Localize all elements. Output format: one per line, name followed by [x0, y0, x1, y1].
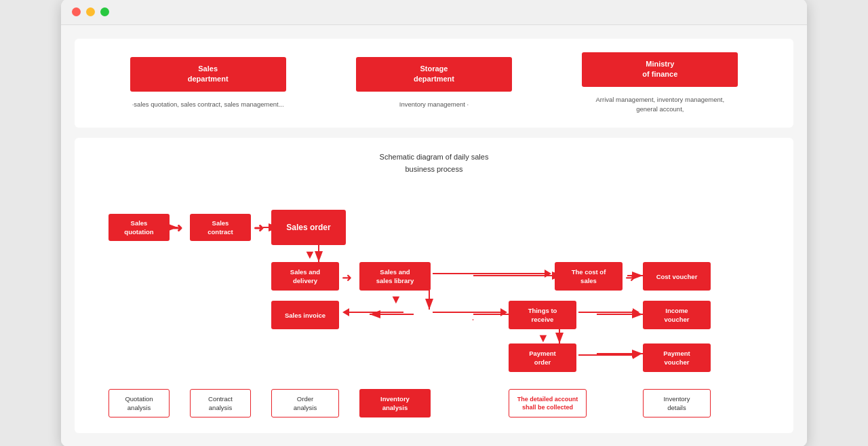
detailed-account-box[interactable]: The detailed accountshall be collected: [509, 389, 587, 417]
finance-dept-label: Ministryof finance: [642, 60, 677, 78]
arrow-things-income: [578, 309, 639, 316]
arrow-del-to-lib: ➜: [342, 270, 352, 285]
diagram-title: Schematic diagram of daily sales busines…: [88, 151, 780, 175]
arrow-pay-order-voucher: [578, 352, 639, 358]
contract-analysis-box[interactable]: Contractanalysis: [190, 389, 251, 417]
arrow-c-to-o: ➜: [254, 221, 264, 236]
long-arrow-lib-cost: [433, 270, 551, 277]
sales-invoice-box[interactable]: Sales invoice: [271, 301, 339, 329]
storage-dept-box: Storagedepartment: [356, 57, 512, 92]
department-section: Salesdepartment ·sales quotation, sales …: [75, 39, 793, 128]
arrow-lib-things: [433, 309, 507, 316]
arrow-lib-down: ▼: [390, 293, 402, 307]
sales-dept-desc: ·sales quotation, sales contract, sales …: [132, 100, 284, 109]
maximize-button[interactable]: [100, 7, 109, 16]
cost-of-sales-box[interactable]: The cost ofsales: [555, 262, 623, 291]
sales-contract-box[interactable]: Salescontract: [190, 214, 251, 241]
sales-delivery-box[interactable]: Sales anddelivery: [271, 262, 339, 291]
inventory-analysis-box[interactable]: Inventoryanalysis: [359, 389, 431, 417]
sales-library-box[interactable]: Sales andsales library: [359, 262, 431, 291]
main-window: Salesdepartment ·sales quotation, sales …: [61, 0, 807, 446]
quotation-analysis-box[interactable]: Quotationanalysis: [108, 389, 170, 417]
payment-order-box[interactable]: Paymentorder: [509, 343, 576, 372]
cost-voucher-box[interactable]: Cost voucher: [643, 262, 711, 291]
content-area: Salesdepartment ·sales quotation, sales …: [61, 25, 807, 446]
sales-order-box[interactable]: Sales order: [271, 210, 346, 245]
finance-dept-desc: Arrival management, inventory management…: [596, 95, 725, 115]
storage-dept-column: Storagedepartment Inventory management ·: [321, 57, 547, 109]
sales-dept-box: Salesdepartment: [130, 57, 286, 92]
sales-quotation-box[interactable]: Salesquotation: [108, 214, 170, 241]
flow-diagram-section: Schematic diagram of daily sales busines…: [75, 138, 793, 433]
things-receive-box[interactable]: Things toreceive: [509, 301, 576, 329]
finance-dept-column: Ministryof finance Arrival management, i…: [547, 52, 773, 114]
storage-dept-label: Storagedepartment: [414, 64, 454, 83]
income-voucher-box[interactable]: Incomevoucher: [643, 301, 711, 329]
arrow-q-to-c: ➜: [172, 221, 182, 236]
order-analysis-box[interactable]: Orderanalysis: [271, 389, 339, 417]
payment-voucher-box[interactable]: Paymentvoucher: [643, 343, 711, 372]
storage-dept-desc: Inventory management ·: [399, 100, 469, 109]
sales-dept-column: Salesdepartment ·sales quotation, sales …: [95, 57, 321, 109]
titlebar: [61, 0, 807, 25]
inventory-details-box[interactable]: Inventorydetails: [643, 389, 711, 417]
flow-area: Salesquotation ➜ Salescontract ➜ Sales o…: [88, 189, 780, 420]
sales-dept-label: Salesdepartment: [188, 64, 229, 83]
minimize-button[interactable]: [86, 7, 95, 16]
close-button[interactable]: [72, 7, 81, 16]
arrow-cost-to-voucher: ➜: [625, 270, 635, 285]
arrow-to-invoice: [342, 309, 403, 316]
arrow-order-down: ▼: [304, 248, 316, 262]
finance-dept-box: Ministryof finance: [582, 52, 738, 87]
